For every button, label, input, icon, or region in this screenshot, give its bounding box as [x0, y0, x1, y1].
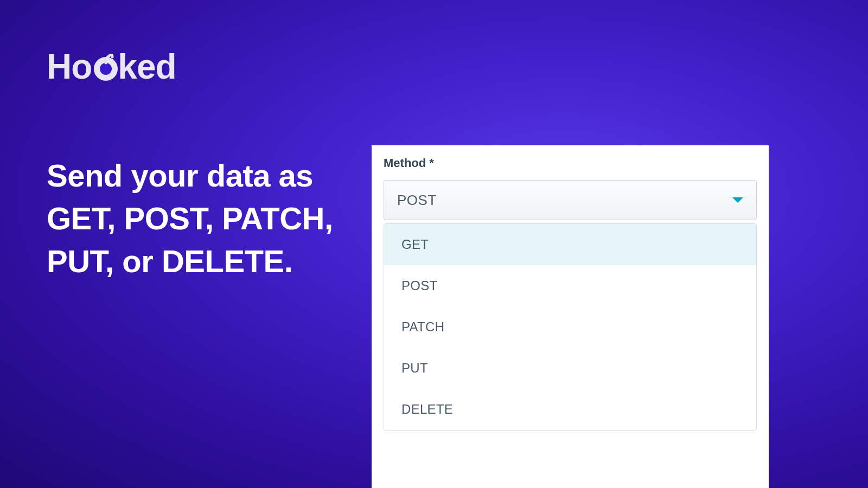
method-option-delete[interactable]: DELETE [384, 389, 756, 430]
chevron-down-icon [732, 197, 743, 203]
brand-logo: Ho ked [47, 47, 176, 87]
method-selected-value: POST [397, 192, 437, 209]
method-select[interactable]: POST [384, 180, 757, 220]
brand-name-part1: Ho [47, 47, 92, 87]
method-panel: Method * POST GET POST PATCH PUT DELETE [372, 145, 769, 488]
method-option-get[interactable]: GET [384, 224, 756, 265]
svg-point-1 [100, 63, 112, 75]
method-option-patch[interactable]: PATCH [384, 306, 756, 348]
brand-name-part2: ked [118, 47, 176, 87]
method-dropdown: GET POST PATCH PUT DELETE [384, 223, 757, 431]
hook-icon [93, 50, 119, 81]
headline-text: Send your data as GET, POST, PATCH, PUT,… [47, 155, 350, 283]
method-option-post[interactable]: POST [384, 265, 756, 306]
method-option-put[interactable]: PUT [384, 348, 756, 389]
method-field-label: Method * [384, 156, 757, 170]
